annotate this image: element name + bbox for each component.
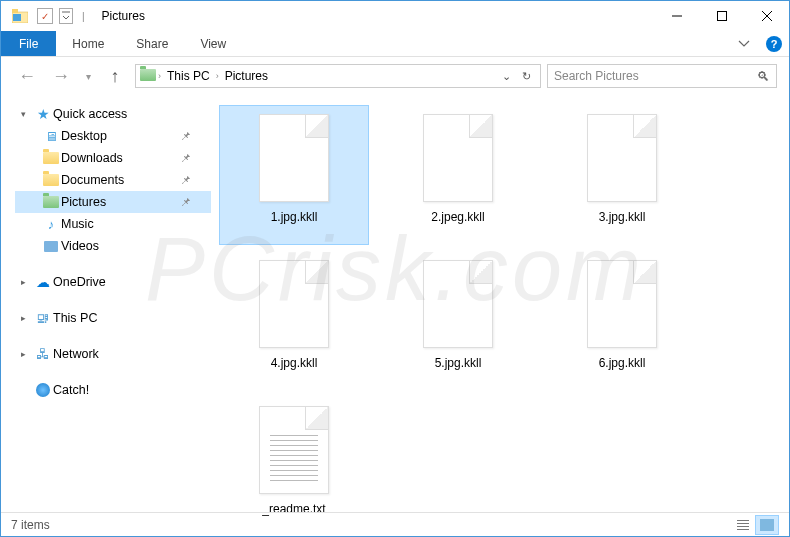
file-icon bbox=[423, 260, 493, 348]
folder-icon bbox=[41, 152, 61, 164]
back-button[interactable]: ← bbox=[13, 62, 41, 90]
pictures-icon bbox=[41, 196, 61, 208]
file-icon bbox=[259, 406, 329, 494]
up-button[interactable]: ↑ bbox=[101, 62, 129, 90]
cloud-icon: ☁ bbox=[33, 274, 53, 290]
search-box[interactable]: Search Pictures 🔍︎ bbox=[547, 64, 777, 88]
folder-icon bbox=[41, 174, 61, 186]
refresh-icon[interactable]: ↻ bbox=[516, 70, 536, 83]
main: ▾ ★ Quick access 🖥Desktop📌︎Downloads📌︎Do… bbox=[1, 95, 789, 512]
file-item[interactable]: 1.jpg.kkll bbox=[219, 105, 369, 245]
chevron-right-icon[interactable]: › bbox=[214, 71, 221, 81]
pc-icon: 🖳 bbox=[33, 310, 53, 326]
file-icon bbox=[259, 260, 329, 348]
maximize-button[interactable] bbox=[699, 1, 744, 31]
music-icon: ♪ bbox=[41, 217, 61, 232]
file-name: 6.jpg.kkll bbox=[599, 356, 646, 370]
pin-icon: 📌︎ bbox=[180, 196, 191, 208]
forward-button[interactable]: → bbox=[47, 62, 75, 90]
file-icon bbox=[587, 114, 657, 202]
item-count: 7 items bbox=[11, 518, 50, 532]
file-name: 5.jpg.kkll bbox=[435, 356, 482, 370]
chevron-down-icon[interactable]: ▾ bbox=[21, 109, 33, 119]
file-item[interactable]: 6.jpg.kkll bbox=[547, 251, 697, 391]
sidebar-catch[interactable]: Catch! bbox=[15, 379, 211, 401]
address-bar[interactable]: › This PC › Pictures ⌄ ↻ bbox=[135, 64, 541, 88]
chevron-right-icon[interactable]: › bbox=[156, 71, 163, 81]
close-button[interactable] bbox=[744, 1, 789, 31]
desktop-icon: 🖥 bbox=[41, 129, 61, 144]
sidebar-item-label: Music bbox=[61, 217, 211, 231]
video-icon bbox=[41, 241, 61, 252]
quick-access-toolbar: ✓ | Pictures bbox=[9, 5, 145, 27]
file-tab[interactable]: File bbox=[1, 31, 56, 56]
file-name: 4.jpg.kkll bbox=[271, 356, 318, 370]
sidebar-item-downloads[interactable]: Downloads📌︎ bbox=[15, 147, 211, 169]
catch-icon bbox=[33, 383, 53, 397]
properties-qat-icon[interactable]: ✓ bbox=[37, 8, 53, 24]
window-title: Pictures bbox=[102, 9, 145, 23]
sidebar-quick-access[interactable]: ▾ ★ Quick access bbox=[15, 103, 211, 125]
search-placeholder: Search Pictures bbox=[554, 69, 757, 83]
file-item[interactable]: 2.jpeg.kkll bbox=[383, 105, 533, 245]
sidebar-onedrive[interactable]: ▸ ☁ OneDrive bbox=[15, 271, 211, 293]
tab-share[interactable]: Share bbox=[120, 31, 184, 56]
file-icon bbox=[587, 260, 657, 348]
expand-ribbon-button[interactable] bbox=[729, 31, 759, 56]
minimize-button[interactable] bbox=[654, 1, 699, 31]
file-item[interactable]: 5.jpg.kkll bbox=[383, 251, 533, 391]
details-view-icon bbox=[737, 520, 749, 530]
sidebar-network[interactable]: ▸ 🖧 Network bbox=[15, 343, 211, 365]
qat-dropdown-icon[interactable] bbox=[59, 8, 73, 24]
svg-rect-1 bbox=[12, 9, 18, 13]
ribbon: File Home Share View ? bbox=[1, 31, 789, 57]
titlebar-divider: | bbox=[79, 11, 88, 22]
address-row: ← → ▾ ↑ › This PC › Pictures ⌄ ↻ Search … bbox=[1, 57, 789, 95]
help-button[interactable]: ? bbox=[759, 31, 789, 56]
address-dropdown-icon[interactable]: ⌄ bbox=[496, 70, 516, 83]
sidebar-item-videos[interactable]: Videos bbox=[15, 235, 211, 257]
sidebar-item-label: Videos bbox=[61, 239, 211, 253]
search-icon[interactable]: 🔍︎ bbox=[757, 69, 770, 84]
sidebar-item-label: Pictures bbox=[61, 195, 180, 209]
chevron-right-icon[interactable]: ▸ bbox=[21, 313, 33, 323]
recent-dropdown[interactable]: ▾ bbox=[81, 62, 95, 90]
window-controls bbox=[654, 1, 789, 31]
file-icon bbox=[423, 114, 493, 202]
svg-rect-5 bbox=[717, 12, 726, 21]
thumbnails-view-icon bbox=[760, 519, 774, 531]
details-view-button[interactable] bbox=[731, 515, 755, 535]
star-icon: ★ bbox=[33, 106, 53, 122]
tab-home[interactable]: Home bbox=[56, 31, 120, 56]
file-item[interactable]: 4.jpg.kkll bbox=[219, 251, 369, 391]
titlebar: ✓ | Pictures bbox=[1, 1, 789, 31]
sidebar-this-pc[interactable]: ▸ 🖳 This PC bbox=[15, 307, 211, 329]
sidebar-label: Quick access bbox=[53, 107, 211, 121]
crumb-pictures[interactable]: Pictures bbox=[221, 69, 272, 83]
sidebar-item-music[interactable]: ♪Music bbox=[15, 213, 211, 235]
network-icon: 🖧 bbox=[33, 346, 53, 362]
tab-view[interactable]: View bbox=[184, 31, 242, 56]
sidebar-label: Catch! bbox=[53, 383, 211, 397]
file-item[interactable]: 3.jpg.kkll bbox=[547, 105, 697, 245]
file-name: 2.jpeg.kkll bbox=[431, 210, 484, 224]
svg-rect-2 bbox=[13, 14, 21, 21]
pictures-addr-icon bbox=[140, 69, 156, 84]
sidebar-item-documents[interactable]: Documents📌︎ bbox=[15, 169, 211, 191]
sidebar-label: Network bbox=[53, 347, 211, 361]
chevron-right-icon[interactable]: ▸ bbox=[21, 277, 33, 287]
chevron-right-icon[interactable]: ▸ bbox=[21, 349, 33, 359]
file-icon bbox=[259, 114, 329, 202]
explorer-icon bbox=[9, 5, 31, 27]
pin-icon: 📌︎ bbox=[180, 152, 191, 164]
thumbnails-view-button[interactable] bbox=[755, 515, 779, 535]
sidebar-item-desktop[interactable]: 🖥Desktop📌︎ bbox=[15, 125, 211, 147]
sidebar-item-pictures[interactable]: Pictures📌︎ bbox=[15, 191, 211, 213]
file-name: 3.jpg.kkll bbox=[599, 210, 646, 224]
sidebar-item-label: Desktop bbox=[61, 129, 180, 143]
help-icon: ? bbox=[766, 36, 782, 52]
sidebar: ▾ ★ Quick access 🖥Desktop📌︎Downloads📌︎Do… bbox=[1, 95, 211, 512]
file-grid[interactable]: 1.jpg.kkll2.jpeg.kkll3.jpg.kkll4.jpg.kkl… bbox=[211, 95, 789, 512]
crumb-this-pc[interactable]: This PC bbox=[163, 69, 214, 83]
quick-access-group: ▾ ★ Quick access 🖥Desktop📌︎Downloads📌︎Do… bbox=[15, 103, 211, 257]
